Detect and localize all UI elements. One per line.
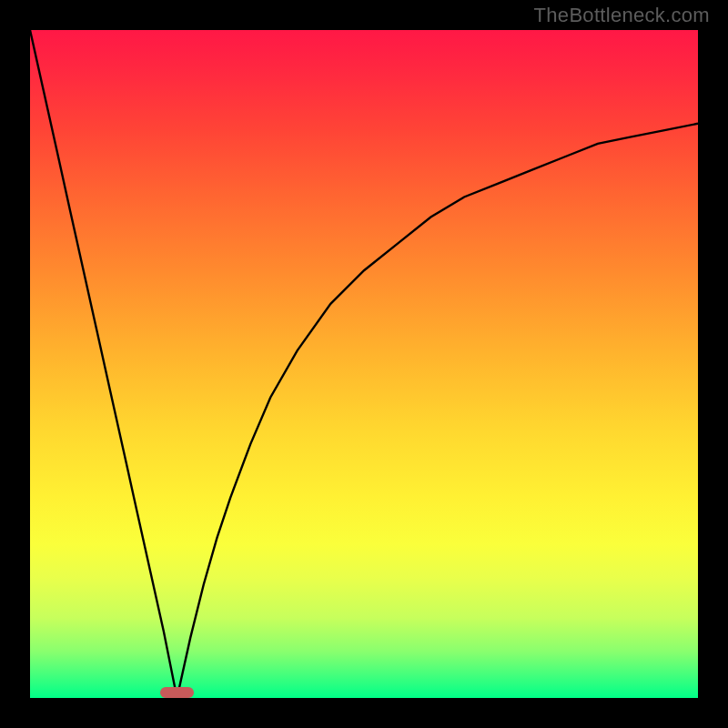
optimum-marker bbox=[160, 687, 194, 698]
chart-frame: TheBottleneck.com bbox=[0, 0, 728, 728]
watermark-text: TheBottleneck.com bbox=[534, 4, 710, 27]
bottleneck-curve bbox=[30, 30, 698, 698]
curve-overlay bbox=[30, 30, 698, 698]
